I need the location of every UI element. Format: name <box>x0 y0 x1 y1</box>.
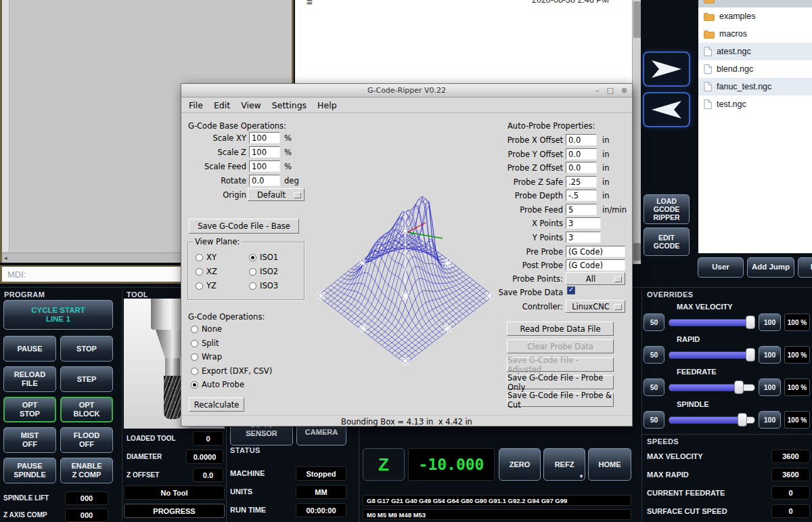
file-browser[interactable]: examples macros atest.ngc blend.ngc fanu… <box>698 0 812 253</box>
probe-z-offset-input[interactable] <box>566 162 597 173</box>
radio-icon[interactable] <box>196 254 203 261</box>
radio-icon[interactable] <box>191 353 198 361</box>
radio-icon[interactable] <box>191 340 198 347</box>
origin-dropdown[interactable]: Default <box>248 188 304 201</box>
cycle-start-button[interactable]: CYCLE START LINE 1 <box>3 300 113 330</box>
user-button[interactable]: User <box>698 257 744 278</box>
file-row[interactable]: macros <box>698 25 812 43</box>
scale-feed-input[interactable] <box>249 160 280 172</box>
max-velocity-slider[interactable] <box>669 313 755 331</box>
radio-iso2[interactable]: ISO2 <box>249 267 278 276</box>
step-button[interactable]: STEP <box>60 366 113 392</box>
scrollbar-thumb[interactable] <box>633 1 641 38</box>
radio-iso1[interactable]: ISO1 <box>249 253 278 262</box>
override-min-button[interactable]: 50 <box>644 346 664 364</box>
radio-xz[interactable]: XZ <box>196 267 217 276</box>
radio-none[interactable]: None <box>191 324 222 334</box>
close-icon[interactable]: ⊗ <box>621 86 627 95</box>
spindle-slider[interactable] <box>669 411 755 429</box>
dialog-titlebar[interactable]: G-Code-Ripper V0.22 – □ ⊗ <box>181 84 632 97</box>
stop-button[interactable]: STOP <box>60 336 113 362</box>
menu-file[interactable]: File <box>183 99 208 112</box>
flood-button[interactable]: FLOOD OFF <box>60 427 113 453</box>
file-row[interactable]: blend.ngc <box>698 60 812 78</box>
radio-icon[interactable] <box>249 268 256 276</box>
save-gcode-base-button[interactable]: Save G-Code File - Base <box>189 219 299 234</box>
radio-icon[interactable] <box>191 381 198 389</box>
nav-forward-button[interactable] <box>643 51 690 87</box>
read-probe-data-button[interactable]: Read Probe Data File <box>507 322 614 336</box>
override-max-button[interactable]: 100 <box>759 378 781 396</box>
radio-icon[interactable] <box>191 368 198 375</box>
save-gcode-adjusted-button[interactable]: Save G-Code File - Adjusted <box>507 357 614 372</box>
radio-icon[interactable] <box>249 282 256 290</box>
radio-xy[interactable]: XY <box>196 253 217 262</box>
opt-stop-button[interactable]: OPT STOP <box>3 397 56 422</box>
scroll-left-icon[interactable]: ◂ <box>4 255 7 261</box>
scale-z-input[interactable] <box>249 146 280 158</box>
feedrate-slider[interactable] <box>669 378 755 396</box>
menu-view[interactable]: View <box>235 99 267 112</box>
load-gcode-ripper-button[interactable]: LOAD GCODE RIPPER <box>644 194 690 224</box>
probe-depth-input[interactable] <box>566 190 597 201</box>
radio-icon[interactable] <box>191 326 198 333</box>
probe-x-offset-input[interactable] <box>566 134 597 146</box>
file-row[interactable]: fanuc_test.ngc <box>698 78 812 95</box>
edit-gcode-button[interactable]: EDIT GCODE <box>644 227 690 256</box>
radio-auto-probe[interactable]: Auto Probe <box>191 380 244 389</box>
slider-handle[interactable] <box>746 348 755 362</box>
override-min-button[interactable]: 50 <box>644 411 664 429</box>
pause-spindle-button[interactable]: PAUSE SPINDLE <box>3 458 56 483</box>
menu-settings[interactable]: Settings <box>267 99 312 112</box>
ref-z-button[interactable]: REFZ ▾ <box>543 448 585 481</box>
radio-export[interactable]: Export (DXF, CSV) <box>191 366 272 376</box>
slider-handle[interactable] <box>738 413 747 427</box>
zero-z-button[interactable]: ZERO <box>499 448 541 481</box>
file-row[interactable]: atest.ngc <box>698 43 812 60</box>
probe-z-safe-input[interactable] <box>566 176 597 188</box>
radio-split[interactable]: Split <box>191 339 219 348</box>
scrollbar-thumb-lower[interactable] <box>633 243 641 261</box>
probe-y-offset-input[interactable] <box>566 148 597 160</box>
vertical-scrollbar[interactable] <box>632 0 641 264</box>
scale-xy-input[interactable] <box>249 132 280 144</box>
maximize-icon[interactable]: □ <box>606 86 613 95</box>
rapid-slider[interactable] <box>669 346 755 364</box>
radio-icon[interactable] <box>196 268 203 276</box>
file-row[interactable]: examples <box>698 7 812 25</box>
home-z-button[interactable]: HOME <box>588 448 631 481</box>
save-probe-data-checkbox[interactable] <box>567 286 575 295</box>
override-max-button[interactable]: 100 <box>759 411 781 429</box>
override-min-button[interactable]: 50 <box>644 313 664 331</box>
post-probe-input[interactable] <box>566 259 625 271</box>
override-max-button[interactable]: 100 <box>759 313 781 331</box>
x-points-input[interactable] <box>566 217 601 229</box>
probe-feed-input[interactable] <box>566 204 597 215</box>
radio-yz[interactable]: YZ <box>196 281 217 290</box>
radio-icon[interactable] <box>249 254 256 261</box>
partial-button[interactable]: D <box>798 257 812 278</box>
slider-handle[interactable] <box>746 316 755 329</box>
controller-dropdown[interactable]: LinuxCNC <box>566 300 625 313</box>
y-points-input[interactable] <box>566 232 601 243</box>
slider-handle[interactable] <box>734 380 744 394</box>
nav-back-button[interactable] <box>643 92 690 127</box>
opt-block-button[interactable]: OPT BLOCK <box>60 397 113 422</box>
override-max-button[interactable]: 100 <box>759 346 781 364</box>
override-min-button[interactable]: 50 <box>644 378 664 396</box>
recalculate-button[interactable]: Recalculate <box>189 397 244 412</box>
radio-icon[interactable] <box>196 282 203 290</box>
file-row-partial[interactable] <box>698 0 812 7</box>
rotate-input[interactable] <box>249 175 280 186</box>
probe-points-dropdown[interactable]: All <box>566 272 625 285</box>
mist-button[interactable]: MIST OFF <box>3 427 56 453</box>
pre-probe-input[interactable] <box>566 246 625 257</box>
radio-iso3[interactable]: ISO3 <box>249 281 278 290</box>
radio-wrap[interactable]: Wrap <box>191 352 222 362</box>
reload-file-button[interactable]: RELOAD FILE <box>3 366 56 392</box>
add-jump-button[interactable]: Add Jump <box>747 257 794 278</box>
enable-z-comp-button[interactable]: ENABLE Z COMP <box>60 458 113 483</box>
pause-button[interactable]: PAUSE <box>3 336 56 362</box>
menu-edit[interactable]: Edit <box>208 99 235 112</box>
save-gcode-probe-only-button[interactable]: Save G-Code File - Probe Only <box>507 375 614 389</box>
